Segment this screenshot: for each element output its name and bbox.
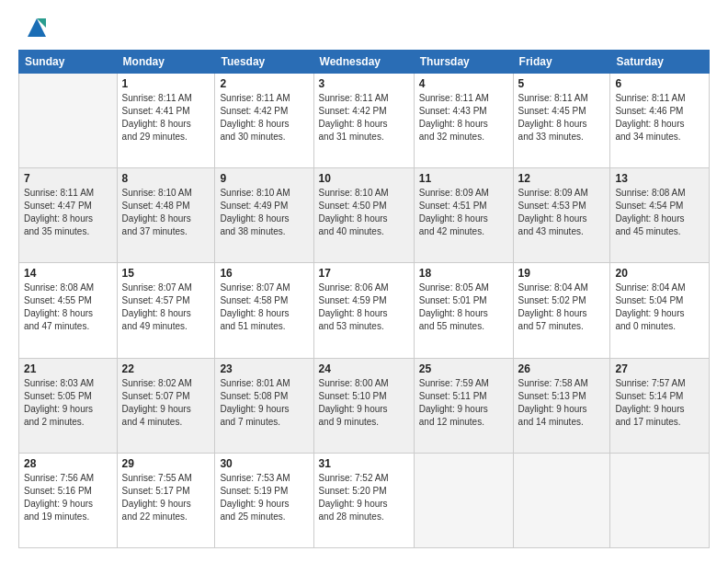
- weekday-header-saturday: Saturday: [610, 51, 710, 74]
- calendar-cell: 23Sunrise: 8:01 AM Sunset: 5:08 PM Dayli…: [215, 358, 313, 453]
- calendar-cell: 7Sunrise: 8:11 AM Sunset: 4:47 PM Daylig…: [19, 168, 118, 263]
- calendar-cell: [610, 453, 710, 547]
- day-info: Sunrise: 8:11 AM Sunset: 4:42 PM Dayligh…: [220, 92, 308, 144]
- calendar-cell: 21Sunrise: 8:03 AM Sunset: 5:05 PM Dayli…: [19, 358, 118, 453]
- calendar-cell: 18Sunrise: 8:05 AM Sunset: 5:01 PM Dayli…: [414, 263, 513, 358]
- logo-icon: [24, 15, 50, 40]
- calendar-cell: 2Sunrise: 8:11 AM Sunset: 4:42 PM Daylig…: [215, 74, 313, 168]
- calendar-cell: 13Sunrise: 8:08 AM Sunset: 4:54 PM Dayli…: [610, 168, 710, 263]
- day-info: Sunrise: 7:56 AM Sunset: 5:16 PM Dayligh…: [24, 472, 112, 523]
- calendar-cell: 28Sunrise: 7:56 AM Sunset: 5:16 PM Dayli…: [19, 453, 118, 547]
- day-number: 21: [24, 362, 112, 375]
- calendar-week-row: 1Sunrise: 8:11 AM Sunset: 4:41 PM Daylig…: [19, 74, 710, 168]
- day-number: 1: [122, 77, 210, 90]
- weekday-header-monday: Monday: [117, 51, 215, 74]
- calendar-week-row: 21Sunrise: 8:03 AM Sunset: 5:05 PM Dayli…: [19, 358, 710, 453]
- day-number: 25: [419, 362, 508, 375]
- day-number: 22: [122, 362, 210, 375]
- calendar-cell: 17Sunrise: 8:06 AM Sunset: 4:59 PM Dayli…: [313, 263, 414, 358]
- day-number: 9: [220, 172, 308, 185]
- calendar-cell: 25Sunrise: 7:59 AM Sunset: 5:11 PM Dayli…: [414, 358, 513, 453]
- calendar-cell: 12Sunrise: 8:09 AM Sunset: 4:53 PM Dayli…: [513, 168, 610, 263]
- day-number: 30: [220, 457, 308, 470]
- day-info: Sunrise: 7:58 AM Sunset: 5:13 PM Dayligh…: [518, 377, 606, 429]
- day-number: 6: [615, 77, 704, 90]
- calendar-week-row: 7Sunrise: 8:11 AM Sunset: 4:47 PM Daylig…: [19, 168, 710, 263]
- day-info: Sunrise: 8:11 AM Sunset: 4:46 PM Dayligh…: [615, 92, 704, 144]
- day-number: 23: [220, 362, 308, 375]
- day-info: Sunrise: 8:11 AM Sunset: 4:45 PM Dayligh…: [518, 92, 606, 144]
- calendar-cell: [19, 74, 118, 168]
- day-info: Sunrise: 8:06 AM Sunset: 4:59 PM Dayligh…: [319, 282, 409, 333]
- calendar-cell: 3Sunrise: 8:11 AM Sunset: 4:42 PM Daylig…: [313, 74, 414, 168]
- calendar-week-row: 14Sunrise: 8:08 AM Sunset: 4:55 PM Dayli…: [19, 263, 710, 358]
- day-info: Sunrise: 8:10 AM Sunset: 4:48 PM Dayligh…: [122, 187, 210, 238]
- day-info: Sunrise: 8:07 AM Sunset: 4:57 PM Dayligh…: [122, 282, 210, 333]
- calendar-cell: 27Sunrise: 7:57 AM Sunset: 5:14 PM Dayli…: [610, 358, 710, 453]
- day-number: 18: [419, 267, 508, 280]
- calendar-cell: [513, 453, 610, 547]
- day-number: 3: [319, 77, 409, 90]
- weekday-header-wednesday: Wednesday: [313, 51, 414, 74]
- day-info: Sunrise: 7:57 AM Sunset: 5:14 PM Dayligh…: [615, 377, 704, 429]
- calendar-cell: [414, 453, 513, 547]
- day-number: 29: [122, 457, 210, 470]
- day-number: 2: [220, 77, 308, 90]
- day-number: 20: [615, 267, 704, 280]
- calendar-cell: 24Sunrise: 8:00 AM Sunset: 5:10 PM Dayli…: [313, 358, 414, 453]
- calendar-cell: 19Sunrise: 8:04 AM Sunset: 5:02 PM Dayli…: [513, 263, 610, 358]
- day-number: 19: [518, 267, 606, 280]
- day-info: Sunrise: 8:11 AM Sunset: 4:42 PM Dayligh…: [319, 92, 409, 144]
- calendar-cell: 8Sunrise: 8:10 AM Sunset: 4:48 PM Daylig…: [117, 168, 215, 263]
- calendar-cell: 11Sunrise: 8:09 AM Sunset: 4:51 PM Dayli…: [414, 168, 513, 263]
- calendar-cell: 29Sunrise: 7:55 AM Sunset: 5:17 PM Dayli…: [117, 453, 215, 547]
- day-number: 7: [24, 172, 112, 185]
- day-number: 5: [518, 77, 606, 90]
- day-info: Sunrise: 8:01 AM Sunset: 5:08 PM Dayligh…: [220, 377, 308, 429]
- day-info: Sunrise: 7:59 AM Sunset: 5:11 PM Dayligh…: [419, 377, 508, 429]
- day-info: Sunrise: 8:09 AM Sunset: 4:53 PM Dayligh…: [518, 187, 606, 238]
- day-number: 16: [220, 267, 308, 280]
- day-info: Sunrise: 8:07 AM Sunset: 4:58 PM Dayligh…: [220, 282, 308, 333]
- calendar-cell: 5Sunrise: 8:11 AM Sunset: 4:45 PM Daylig…: [513, 74, 610, 168]
- day-info: Sunrise: 8:08 AM Sunset: 4:55 PM Dayligh…: [24, 282, 112, 333]
- calendar-cell: 10Sunrise: 8:10 AM Sunset: 4:50 PM Dayli…: [313, 168, 414, 263]
- calendar-cell: 16Sunrise: 8:07 AM Sunset: 4:58 PM Dayli…: [215, 263, 313, 358]
- day-info: Sunrise: 8:09 AM Sunset: 4:51 PM Dayligh…: [419, 187, 508, 238]
- header: [18, 15, 710, 40]
- calendar-cell: 6Sunrise: 8:11 AM Sunset: 4:46 PM Daylig…: [610, 74, 710, 168]
- day-number: 27: [615, 362, 704, 375]
- day-info: Sunrise: 8:05 AM Sunset: 5:01 PM Dayligh…: [419, 282, 508, 333]
- day-number: 11: [419, 172, 508, 185]
- day-number: 24: [319, 362, 409, 375]
- day-number: 15: [122, 267, 210, 280]
- weekday-header-tuesday: Tuesday: [215, 51, 313, 74]
- calendar-cell: 30Sunrise: 7:53 AM Sunset: 5:19 PM Dayli…: [215, 453, 313, 547]
- day-info: Sunrise: 8:10 AM Sunset: 4:50 PM Dayligh…: [319, 187, 409, 238]
- day-info: Sunrise: 8:11 AM Sunset: 4:43 PM Dayligh…: [419, 92, 508, 144]
- calendar-table: SundayMondayTuesdayWednesdayThursdayFrid…: [18, 50, 710, 548]
- weekday-header-sunday: Sunday: [19, 51, 118, 74]
- calendar-cell: 15Sunrise: 8:07 AM Sunset: 4:57 PM Dayli…: [117, 263, 215, 358]
- day-number: 8: [122, 172, 210, 185]
- day-info: Sunrise: 7:53 AM Sunset: 5:19 PM Dayligh…: [220, 472, 308, 523]
- day-info: Sunrise: 8:11 AM Sunset: 4:47 PM Dayligh…: [24, 187, 112, 238]
- day-number: 4: [419, 77, 508, 90]
- day-number: 13: [615, 172, 704, 185]
- day-number: 14: [24, 267, 112, 280]
- calendar-cell: 4Sunrise: 8:11 AM Sunset: 4:43 PM Daylig…: [414, 74, 513, 168]
- logo: [18, 15, 50, 40]
- calendar-cell: 26Sunrise: 7:58 AM Sunset: 5:13 PM Dayli…: [513, 358, 610, 453]
- calendar-cell: 22Sunrise: 8:02 AM Sunset: 5:07 PM Dayli…: [117, 358, 215, 453]
- day-info: Sunrise: 7:55 AM Sunset: 5:17 PM Dayligh…: [122, 472, 210, 523]
- calendar-week-row: 28Sunrise: 7:56 AM Sunset: 5:16 PM Dayli…: [19, 453, 710, 547]
- day-info: Sunrise: 8:04 AM Sunset: 5:04 PM Dayligh…: [615, 282, 704, 333]
- day-info: Sunrise: 8:11 AM Sunset: 4:41 PM Dayligh…: [122, 92, 210, 144]
- weekday-header-thursday: Thursday: [414, 51, 513, 74]
- page: SundayMondayTuesdayWednesdayThursdayFrid…: [0, 0, 728, 563]
- day-number: 12: [518, 172, 606, 185]
- day-info: Sunrise: 8:02 AM Sunset: 5:07 PM Dayligh…: [122, 377, 210, 429]
- calendar-cell: 20Sunrise: 8:04 AM Sunset: 5:04 PM Dayli…: [610, 263, 710, 358]
- day-number: 17: [319, 267, 409, 280]
- calendar-cell: 1Sunrise: 8:11 AM Sunset: 4:41 PM Daylig…: [117, 74, 215, 168]
